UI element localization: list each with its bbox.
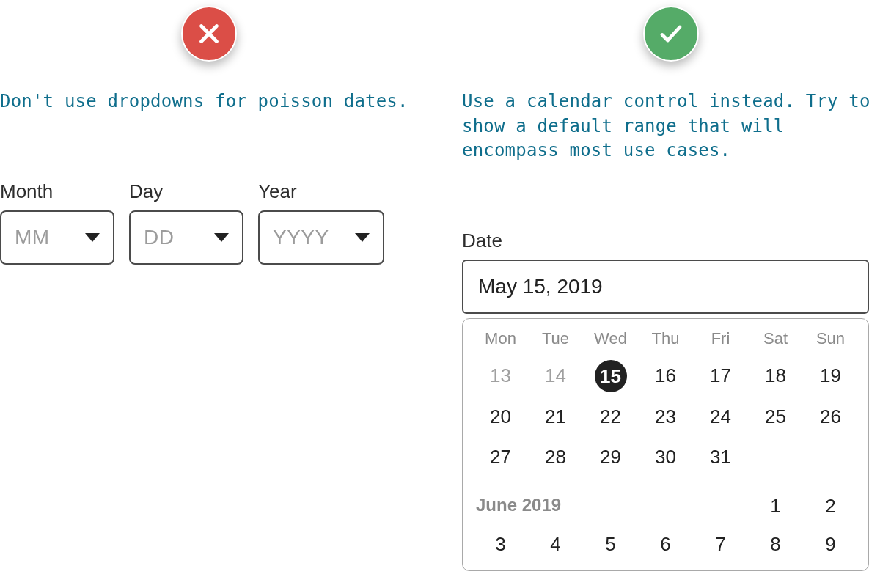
- calendar-weekday: Tue: [528, 326, 583, 351]
- calendar-day[interactable]: 18: [748, 360, 803, 392]
- day-dropdown[interactable]: DD: [129, 210, 243, 265]
- year-dropdown[interactable]: YYYY: [258, 210, 384, 265]
- day-label: Day: [129, 180, 243, 203]
- calendar-day[interactable]: 7: [693, 529, 748, 560]
- calendar-day[interactable]: 1: [748, 495, 803, 518]
- calendar-weekday: Sat: [748, 326, 803, 351]
- calendar-day[interactable]: 17: [693, 360, 748, 392]
- calendar-day[interactable]: 9: [803, 529, 858, 560]
- calendar-day[interactable]: 19: [803, 360, 858, 392]
- date-label: Date: [462, 229, 880, 252]
- calendar-day[interactable]: 8: [748, 529, 803, 560]
- chevron-down-icon: [214, 233, 229, 242]
- calendar-day[interactable]: 27: [473, 441, 528, 473]
- calendar-day[interactable]: 23: [638, 401, 693, 433]
- chevron-down-icon: [355, 233, 370, 242]
- calendar-next-month-label: June 201912: [473, 482, 858, 520]
- calendar-day[interactable]: 2: [803, 495, 858, 518]
- month-placeholder: MM: [15, 226, 50, 249]
- calendar-weekday: Mon: [473, 326, 528, 351]
- calendar-day[interactable]: 13: [473, 360, 528, 392]
- year-placeholder: YYYY: [273, 226, 329, 249]
- calendar-day[interactable]: 28: [528, 441, 583, 473]
- calendar-day[interactable]: 22: [583, 401, 638, 433]
- bad-tip-text: Don't use dropdowns for poisson dates.: [0, 89, 418, 114]
- calendar-empty: [803, 441, 858, 473]
- calendar-day[interactable]: 30: [638, 441, 693, 473]
- month-dropdown[interactable]: MM: [0, 210, 114, 265]
- calendar-weekday: Fri: [693, 326, 748, 351]
- good-example-column: Use a calendar control instead. Try to s…: [440, 0, 880, 571]
- calendar-day[interactable]: 31: [693, 441, 748, 473]
- calendar-popover: MonTueWedThuFriSatSun1314151617181920212…: [462, 318, 869, 571]
- calendar-weekday: Wed: [583, 326, 638, 351]
- calendar-day[interactable]: 4: [528, 529, 583, 560]
- calendar-weekday: Thu: [638, 326, 693, 351]
- date-input[interactable]: May 15, 2019: [462, 260, 869, 314]
- calendar-day[interactable]: 24: [693, 401, 748, 433]
- check-icon: [643, 6, 699, 62]
- cross-icon: [181, 6, 237, 62]
- calendar-day[interactable]: 29: [583, 441, 638, 473]
- good-tip-text: Use a calendar control instead. Try to s…: [462, 89, 880, 163]
- chevron-down-icon: [85, 233, 100, 242]
- bad-example-column: Don't use dropdowns for poisson dates. M…: [0, 0, 440, 571]
- calendar-day[interactable]: 5: [583, 529, 638, 560]
- date-input-value: May 15, 2019: [478, 275, 603, 298]
- calendar-weekday: Sun: [803, 326, 858, 351]
- calendar-day[interactable]: 14: [528, 360, 583, 392]
- year-label: Year: [258, 180, 384, 203]
- calendar-empty: [748, 441, 803, 473]
- month-label: Month: [0, 180, 114, 203]
- calendar-day[interactable]: 3: [473, 529, 528, 560]
- day-placeholder: DD: [144, 226, 174, 249]
- calendar-day[interactable]: 20: [473, 401, 528, 433]
- calendar-day-selected[interactable]: 15: [595, 360, 627, 392]
- calendar-day[interactable]: 6: [638, 529, 693, 560]
- calendar-day[interactable]: 16: [638, 360, 693, 392]
- calendar-day[interactable]: 26: [803, 401, 858, 433]
- date-dropdown-group: Month MM Day DD Year YYYY: [0, 180, 418, 265]
- calendar-day[interactable]: 21: [528, 401, 583, 433]
- calendar-day[interactable]: 25: [748, 401, 803, 433]
